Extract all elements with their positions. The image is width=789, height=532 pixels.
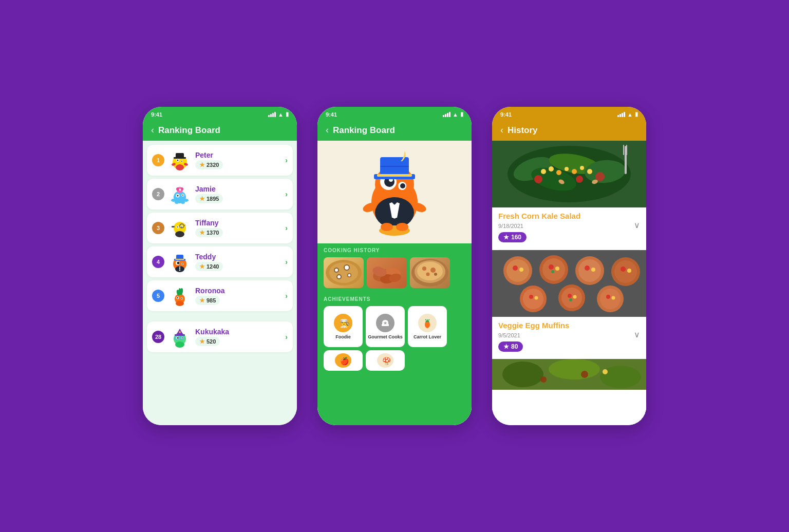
svg-point-71: [400, 183, 405, 188]
rank-card-4[interactable]: 4: [147, 246, 293, 277]
signal-icon-1: [268, 112, 276, 117]
svg-point-168: [569, 298, 572, 301]
status-bar-3: 9:41 ▲ ▮: [492, 107, 646, 120]
rank-name-5: Roronoa: [195, 287, 281, 295]
svg-rect-141: [626, 145, 627, 155]
food-thumb-1: [324, 257, 364, 288]
achievement-icon-3: [418, 314, 437, 332]
achievement-name-2: Gourmet Cooks: [368, 334, 403, 339]
rank-score-2: ★ 1895: [195, 194, 281, 203]
page-title-3: History: [508, 125, 538, 136]
rank-card-1[interactable]: 1: [147, 145, 293, 176]
svg-point-83: [381, 223, 393, 231]
rank-card-5[interactable]: 5 Roronoa: [147, 280, 293, 311]
svg-point-162: [529, 295, 533, 299]
svg-point-146: [519, 268, 523, 272]
achievement-icon-2: ★: [376, 314, 394, 332]
svg-point-93: [348, 274, 351, 277]
svg-point-178: [581, 371, 588, 378]
svg-point-4: [181, 161, 182, 162]
score-badge-1: ★ 2320: [195, 160, 223, 169]
svg-point-127: [541, 169, 546, 174]
svg-point-133: [587, 169, 592, 174]
rank-name-4: Teddy: [195, 253, 281, 261]
rank-name-1: Peter: [195, 151, 281, 159]
achievement-badge-partial-1: 🍎: [324, 350, 363, 371]
signal-icon-3: [617, 112, 625, 117]
svg-rect-74: [377, 174, 412, 177]
history-date-2: 9/5/2021: [498, 332, 520, 338]
cooking-history-label: COOKING HISTORY: [324, 248, 465, 253]
rank-badge-2: 2: [152, 188, 164, 200]
ranking-body: 1: [143, 141, 297, 425]
history-chevron-2[interactable]: ∨: [634, 330, 640, 339]
svg-text:🍎: 🍎: [340, 357, 349, 366]
svg-point-7: [176, 164, 184, 170]
history-score-2: ★ 80: [498, 341, 640, 352]
monster-showcase: [317, 141, 472, 243]
svg-point-161: [523, 289, 543, 309]
cooking-history-section: COOKING HISTORY: [317, 243, 472, 292]
svg-point-64: [175, 341, 184, 348]
back-arrow-1[interactable]: ‹: [151, 125, 154, 136]
rank-avatar-2: ★: [168, 183, 191, 205]
svg-point-145: [513, 265, 518, 271]
history-card-3-partial: [492, 359, 646, 422]
rank-badge-4: 4: [152, 256, 164, 268]
svg-point-42: [179, 268, 180, 269]
svg-point-91: [335, 269, 338, 272]
svg-point-27: [181, 226, 182, 227]
achievement-icon-partial-1: 🍎: [335, 353, 351, 368]
svg-point-135: [576, 176, 583, 183]
svg-point-166: [568, 294, 572, 298]
chevron-5: ›: [285, 292, 288, 300]
achievement-badge-2: ★ Gourmet Cooks: [366, 306, 405, 347]
svg-point-12: [177, 195, 179, 197]
svg-point-171: [606, 295, 610, 299]
history-card-2: Veggie Egg Muffins 9/5/2021 ∨ ★ 80: [492, 250, 646, 356]
svg-text:★: ★: [383, 320, 387, 326]
signal-icon-2: [443, 112, 450, 117]
history-image-1: [492, 141, 646, 207]
score-badge-3: ★ 1370: [195, 228, 223, 237]
svg-point-179: [603, 369, 608, 374]
back-arrow-2[interactable]: ‹: [326, 125, 329, 136]
svg-text:🍄: 🍄: [382, 357, 391, 366]
svg-rect-140: [623, 145, 624, 155]
svg-point-43: [179, 270, 180, 271]
history-chevron-1[interactable]: ∨: [634, 220, 640, 230]
score-badge-current: ★ 520: [195, 337, 220, 346]
page-title-2: Ranking Board: [333, 125, 395, 136]
svg-point-176: [600, 366, 641, 388]
svg-point-25: [177, 226, 178, 227]
rank-card-2[interactable]: 2: [147, 179, 293, 210]
star-icon-current: ★: [199, 338, 205, 345]
star-icon-1: ★: [199, 161, 205, 168]
svg-point-113: [425, 321, 430, 328]
history-image-3-partial: [492, 359, 646, 390]
battery-icon-1: ▮: [286, 111, 289, 118]
svg-point-163: [535, 296, 538, 300]
star-icon-2: ★: [199, 195, 205, 202]
rank-card-current[interactable]: 28 ★: [147, 321, 293, 352]
svg-point-129: [556, 170, 561, 175]
svg-point-157: [614, 260, 637, 283]
page-title-1: Ranking Board: [158, 125, 220, 136]
back-arrow-3[interactable]: ‹: [500, 125, 503, 136]
svg-point-155: [591, 268, 595, 272]
rank-name-2: Jamie: [195, 185, 281, 193]
rank-info-current: Kukukaka ★ 520: [195, 328, 281, 346]
score-star-1: ★: [503, 234, 509, 241]
svg-point-149: [549, 264, 554, 270]
rank-score-5: ★ 985: [195, 296, 281, 305]
achievement-badges: 👨‍🍳 Foodie ★: [324, 306, 465, 347]
svg-point-174: [502, 362, 543, 387]
rank-card-3[interactable]: 3 Tiffany: [147, 213, 293, 243]
svg-point-150: [555, 267, 559, 271]
wifi-icon-1: ▲: [278, 111, 284, 118]
food-thumb-2: [367, 257, 407, 288]
rank-avatar-3: [168, 217, 191, 239]
rank-score-3: ★ 1370: [195, 228, 281, 237]
svg-point-130: [565, 167, 569, 171]
svg-point-159: [627, 269, 631, 273]
